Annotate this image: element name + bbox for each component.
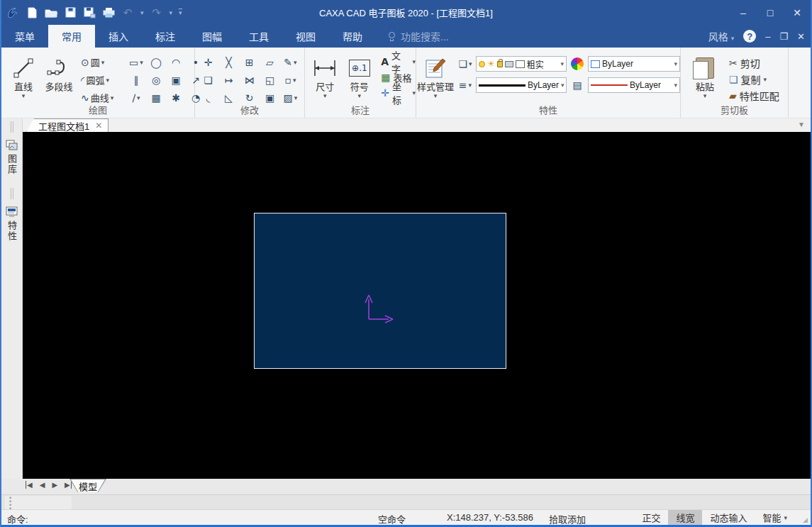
array-tool-icon: ⊞ — [245, 57, 254, 68]
circle-tool[interactable]: ⊙圆▾ — [79, 53, 126, 71]
open-file-icon[interactable] — [45, 6, 57, 19]
scale-tool[interactable]: ◱ — [260, 71, 280, 89]
model-tab[interactable]: 模型 — [69, 479, 106, 492]
gear-tool-icon: ✱ — [172, 92, 180, 104]
parallel-line-tool[interactable]: ∥ — [126, 71, 146, 89]
lineweight-combobox[interactable]: ByLayer ▾ — [476, 77, 567, 93]
tab-sheet[interactable]: 图幅 — [189, 25, 235, 48]
explode-tool-icon: ▣ — [265, 92, 274, 104]
tab-list-chevron-icon[interactable]: ▼ — [798, 121, 805, 128]
coordinate-button[interactable]: ✛坐标▾ — [381, 86, 416, 100]
tab-home[interactable]: 常用 — [48, 25, 95, 48]
dropdown-caret: ▾ — [358, 92, 362, 99]
tab-menu[interactable]: 菜单 — [1, 25, 48, 48]
text-button[interactable]: A文字▾ — [381, 55, 416, 69]
next-sheet-button[interactable]: ▶ — [52, 481, 57, 489]
boundary-tool-icon: ▫ — [284, 74, 291, 86]
function-search[interactable]: 功能搜索... — [389, 25, 449, 48]
boundary-tool[interactable]: ▫▾ — [280, 71, 301, 89]
command-prompt[interactable]: 命令: — [7, 512, 28, 526]
ribbon-empty-area — [789, 48, 811, 118]
cut-button[interactable]: ✂剪切 — [729, 56, 779, 70]
redo-dropdown-caret[interactable]: ▾ — [169, 9, 173, 16]
layer-print-icon — [505, 61, 513, 67]
mirror-tool[interactable]: ⋈ — [239, 71, 260, 89]
tab-insert[interactable]: 插入 — [95, 25, 142, 48]
new-file-icon[interactable] — [26, 6, 38, 19]
panel-label-draw: 绘图 — [1, 103, 194, 116]
save-icon[interactable] — [64, 6, 77, 19]
match-properties-button[interactable]: ▰特性匹配 — [729, 89, 779, 103]
doc-restore-button[interactable]: ❐ — [779, 31, 788, 42]
layer-manager-button[interactable]: ❏▾ — [455, 58, 476, 70]
move-tool[interactable]: ✛ — [198, 53, 218, 71]
tab-annotate[interactable]: 标注 — [142, 25, 189, 48]
drawing-canvas[interactable] — [23, 132, 812, 479]
first-sheet-button[interactable]: ◀ — [26, 481, 33, 489]
color-wheel-button[interactable] — [567, 57, 588, 70]
extend-tool-icon: ↦ — [225, 74, 233, 86]
sidebar-item-library[interactable]: 图库 — [3, 140, 21, 175]
maximize-button[interactable]: □ — [757, 0, 784, 25]
layer-on-icon — [479, 61, 485, 67]
rectangle-tool[interactable]: ▭▾ — [126, 53, 146, 71]
sidebar-item-properties[interactable]: 特性 — [3, 206, 21, 242]
contour-tool[interactable]: ◎ — [146, 71, 166, 89]
save-as-icon[interactable] — [83, 6, 96, 19]
trim-tool[interactable]: ╳ — [218, 53, 239, 71]
dropdown-caret: ▾ — [294, 94, 298, 101]
last-sheet-button[interactable]: ▶ — [65, 481, 72, 489]
ribbon-tab-bar: 菜单 常用 插入 标注 图幅 工具 视图 帮助 功能搜索... — [1, 25, 811, 48]
linetype-combobox[interactable]: ByLayer ▾ — [588, 77, 680, 93]
toggle-smart-snap[interactable]: 智能▾ — [755, 510, 795, 525]
tab-tools[interactable]: 工具 — [235, 25, 282, 48]
toggle-ortho[interactable]: 正交 — [634, 510, 668, 525]
prev-sheet-button[interactable]: ◀ — [40, 481, 45, 489]
style-manager-icon — [424, 55, 447, 82]
doc-minimize-button[interactable]: – — [765, 31, 770, 42]
undo-dropdown-caret[interactable]: ▾ — [140, 9, 144, 16]
panel-label-dimension: 标注 — [305, 103, 416, 116]
minimize-button[interactable]: – — [730, 0, 757, 25]
doc-close-button[interactable]: ✕ — [797, 31, 805, 42]
sidebar-item-label: 图库 — [5, 154, 18, 175]
caxa-logo — [6, 6, 19, 19]
ellipse-tool[interactable]: ◯ — [146, 53, 166, 71]
close-button[interactable]: ✕ — [784, 0, 811, 25]
arc-tool[interactable]: ◜圆弧▾ — [79, 71, 126, 89]
color-combobox[interactable]: ByLayer ▾ — [588, 56, 680, 72]
extend-tool[interactable]: ↦ — [218, 71, 239, 89]
resize-grip-icon[interactable]: ◢ — [803, 516, 808, 523]
parallel-line-tool-icon: ∥ — [134, 74, 139, 86]
copy-button[interactable]: ❏复制▾ — [729, 72, 779, 87]
document-tab-close-icon[interactable]: ✕ — [95, 121, 102, 131]
show-lineweight-button[interactable]: ▤ — [567, 79, 588, 91]
customize-toolbar-icon[interactable]: ▾ — [179, 9, 182, 16]
panel-draw: 直线▾ 多段线 ⊙圆▾▭▾◯◠•◜圆弧▾∥◎▣↗∿曲线▾∕▾▦✱◔ 绘图 — [1, 48, 195, 118]
style-menu[interactable]: 风格 ▾ — [708, 29, 734, 43]
tab-help[interactable]: 帮助 — [329, 25, 376, 48]
toggle-lineweight[interactable]: 线宽 — [668, 510, 702, 525]
pick-mode[interactable]: 拾取添加 — [549, 512, 586, 526]
block-tool[interactable]: ▣ — [166, 71, 186, 89]
erase-tool[interactable]: ✎▾ — [280, 53, 301, 71]
redo-icon[interactable]: ↷ — [150, 6, 163, 19]
document-tab[interactable]: 工程图文档1 ✕ — [26, 118, 109, 132]
copy-tool[interactable]: ❏ — [198, 71, 218, 89]
erase-tool-icon: ✎ — [284, 57, 292, 68]
array-tool[interactable]: ⊞ — [239, 53, 260, 71]
layer-combobox[interactable]: ☀ 粗实线 ▾ — [476, 56, 567, 72]
sidebar-divider — [11, 121, 13, 133]
print-icon[interactable] — [102, 6, 115, 19]
stretch-tool[interactable]: ▱ — [260, 53, 280, 71]
command-dock-tile[interactable] — [5, 496, 72, 509]
chamfer-tool-icon: ◺ — [225, 92, 233, 104]
tab-view[interactable]: 视图 — [282, 25, 329, 48]
lineweight-button[interactable]: ≡▾ — [455, 79, 476, 91]
circle-tool-icon: ⊙ — [81, 57, 89, 68]
help-icon[interactable]: ? — [743, 30, 756, 43]
polygon-tool[interactable]: ◠ — [166, 53, 186, 71]
undo-icon[interactable]: ↶ — [121, 6, 134, 19]
drag-grip-icon[interactable]: •••• — [9, 497, 11, 511]
toggle-dynamic-input[interactable]: 动态输入 — [702, 510, 755, 525]
